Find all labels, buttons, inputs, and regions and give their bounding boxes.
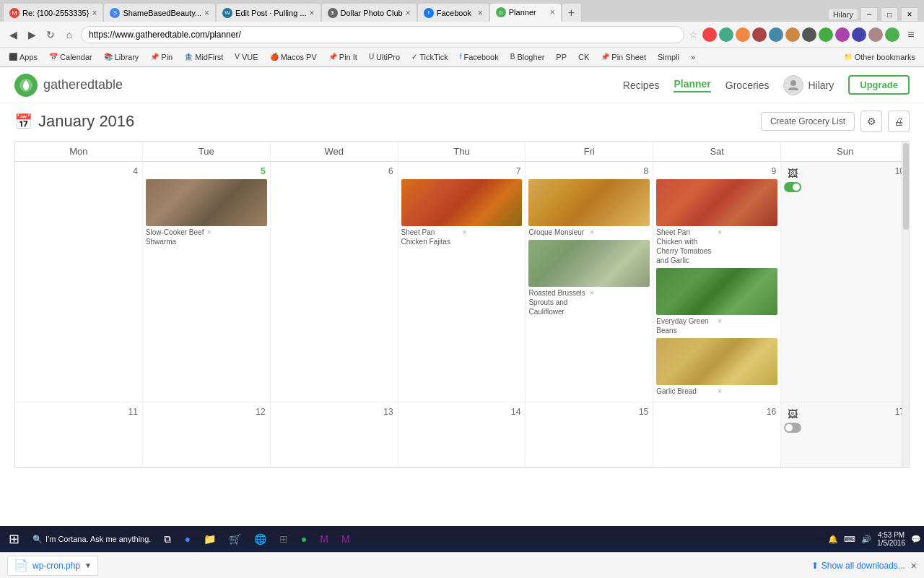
back-button[interactable]: ◀ — [6, 27, 20, 42]
remove-green-beans[interactable]: × — [718, 316, 777, 326]
bookmark-pinsheet[interactable]: 📌 Pin Sheet — [598, 52, 649, 62]
taskbar-tiles[interactable]: ⊞ — [274, 529, 294, 549]
bookmark-star[interactable]: ☆ — [689, 29, 698, 40]
bookmark-pp[interactable]: PP — [553, 52, 570, 62]
tab-facebook[interactable]: f Facebook × — [417, 3, 489, 22]
start-button[interactable]: ⊞ — [3, 529, 25, 549]
scrollbar-track[interactable] — [902, 142, 909, 467]
create-grocery-button[interactable]: Create Grocery List — [761, 112, 855, 131]
bookmark-apps[interactable]: ⬛ Apps — [6, 52, 40, 62]
taskbar-folder[interactable]: 📁 — [198, 529, 222, 549]
bookmark-ck[interactable]: CK — [575, 52, 592, 62]
maximize-button[interactable]: □ — [881, 7, 898, 22]
task-view-button[interactable]: ⧉ — [158, 529, 177, 549]
recipe-green-beans[interactable]: Everyday Green Beans × — [656, 268, 777, 335]
remove-shwarma[interactable]: × — [207, 228, 267, 237]
bookmark-other[interactable]: 📁 Other bookmarks — [841, 52, 918, 62]
bookmark-ticktick[interactable]: ✓ TickTick — [409, 52, 451, 62]
cal-day-10[interactable]: 🖼 10 — [781, 162, 909, 402]
show-downloads-button[interactable]: ⬆ Show all downloads... — [811, 561, 905, 571]
tab-planner[interactable]: G Planner × — [489, 3, 562, 22]
taskbar-chrome2[interactable]: 🌐 — [248, 529, 272, 549]
tab-dollar[interactable]: $ Dollar Photo Club × — [321, 3, 417, 22]
cal-day-12[interactable]: 12 — [143, 402, 271, 467]
taskbar-m1[interactable]: M — [314, 529, 334, 549]
print-button[interactable]: 🖨 — [888, 111, 910, 132]
download-item[interactable]: 📄 wp-cron.php ▼ — [7, 556, 98, 576]
remove-croque[interactable]: × — [590, 228, 650, 237]
icon10[interactable] — [852, 27, 866, 42]
cal-day-11[interactable]: 11 — [15, 402, 143, 467]
bookmark-midfirst[interactable]: 🏦 MidFirst — [181, 52, 226, 62]
url-input[interactable] — [81, 26, 684, 43]
icon8[interactable] — [819, 27, 833, 42]
bookmark-blogher[interactable]: B Blogher — [507, 52, 548, 62]
icon9[interactable] — [835, 27, 850, 42]
nav-recipes[interactable]: Recipes — [623, 79, 660, 91]
download-chevron[interactable]: ▼ — [84, 561, 92, 569]
tab-edit[interactable]: W Edit Post · Pulling ... × — [216, 3, 321, 22]
close-button[interactable]: × — [901, 7, 918, 22]
remove-sheet-chicken[interactable]: × — [718, 228, 777, 237]
recipe-garlic-bread[interactable]: Garlic Bread × — [656, 338, 777, 396]
taskbar-keyboard-icon[interactable]: ⌨ — [844, 535, 855, 544]
recipe-fajitas[interactable]: Sheet Pan Chicken Fajitas × — [401, 179, 523, 246]
taskbar-chrome[interactable]: ● — [178, 529, 196, 549]
cal-day-13[interactable]: 13 — [271, 402, 398, 467]
toggle-off-17[interactable] — [784, 423, 801, 433]
icon2[interactable] — [719, 27, 733, 42]
recipe-shwarma[interactable]: Slow-Cooker Beef Shwarma × — [146, 179, 267, 246]
icon3[interactable] — [736, 27, 750, 42]
app-logo[interactable]: gatheredtable — [14, 74, 123, 97]
action-center-icon[interactable]: 💬 — [911, 535, 921, 544]
cal-day-17[interactable]: 🖼 17 — [781, 402, 909, 467]
bookmark-more[interactable]: » — [688, 52, 698, 62]
home-button[interactable]: ⌂ — [62, 27, 77, 42]
bookmark-ultipro[interactable]: U UltiPro — [366, 52, 403, 62]
menu-button[interactable]: ≡ — [904, 27, 918, 42]
recipe-sheet-chicken[interactable]: Sheet Pan Chicken with Cherry Tomatoes a… — [656, 179, 777, 265]
bookmark-simpli[interactable]: Simpli — [655, 52, 682, 62]
icon5[interactable] — [769, 27, 783, 42]
icon11[interactable] — [868, 27, 883, 42]
tab-shame[interactable]: S ShameBasedBeauty... × — [103, 3, 216, 22]
new-tab-button[interactable]: + — [562, 3, 582, 22]
cal-day-9[interactable]: 9 Sheet Pan Chicken with Cherry Tomatoes… — [653, 162, 781, 402]
icon4[interactable] — [752, 27, 767, 42]
icon12[interactable] — [885, 27, 899, 42]
cal-day-8[interactable]: 8 Croque Monsieur × Roasted Brussels Spr… — [526, 162, 653, 402]
upgrade-button[interactable]: Upgrade — [848, 75, 910, 95]
taskbar-spotify[interactable]: ● — [295, 529, 313, 549]
remove-brussels[interactable]: × — [590, 288, 650, 298]
taskbar-m2[interactable]: M — [336, 529, 356, 549]
bookmark-library[interactable]: 📚 Library — [101, 52, 142, 62]
bookmark-pin[interactable]: 📌 Pin — [147, 52, 175, 62]
cal-day-4[interactable]: 4 — [15, 162, 143, 402]
remove-garlic-bread[interactable]: × — [718, 387, 777, 396]
cal-day-14[interactable]: 14 — [398, 402, 526, 467]
bookmark-calendar[interactable]: 📅 Calendar — [46, 52, 95, 62]
nav-groceries[interactable]: Groceries — [725, 79, 770, 91]
user-menu[interactable]: Hilary — [783, 75, 834, 95]
bookmark-vue[interactable]: V VUE — [232, 52, 261, 62]
search-bar[interactable]: 🔍 I'm Cortana. Ask me anything. — [27, 529, 157, 549]
reload-button[interactable]: ↻ — [43, 27, 58, 42]
cal-day-6[interactable]: 6 — [271, 162, 398, 402]
recipe-brussels[interactable]: Roasted Brussels Sprouts and Cauliflower… — [528, 240, 650, 316]
recipe-croque[interactable]: Croque Monsieur × — [528, 179, 650, 237]
scrollbar-thumb[interactable] — [903, 143, 909, 230]
minimize-button[interactable]: − — [860, 7, 878, 22]
icon1[interactable] — [702, 27, 717, 42]
taskbar-speaker-icon[interactable]: 🔊 — [861, 535, 871, 544]
icon7[interactable] — [802, 27, 816, 42]
settings-button[interactable]: ⚙ — [860, 111, 882, 132]
toggle-on-10[interactable] — [784, 182, 801, 192]
taskbar-notification-icon[interactable]: 🔔 — [828, 535, 838, 544]
remove-fajitas[interactable]: × — [463, 228, 523, 237]
bookmark-facebook[interactable]: f Facebook — [457, 52, 502, 62]
cal-day-7[interactable]: 7 Sheet Pan Chicken Fajitas × — [398, 162, 526, 402]
cal-day-15[interactable]: 15 — [526, 402, 653, 467]
bookmark-pinit[interactable]: 📌 Pin It — [326, 52, 360, 62]
cal-day-5[interactable]: 5 Slow-Cooker Beef Shwarma × — [143, 162, 271, 402]
bookmark-macos[interactable]: 🍎 Macos PV — [267, 52, 320, 62]
